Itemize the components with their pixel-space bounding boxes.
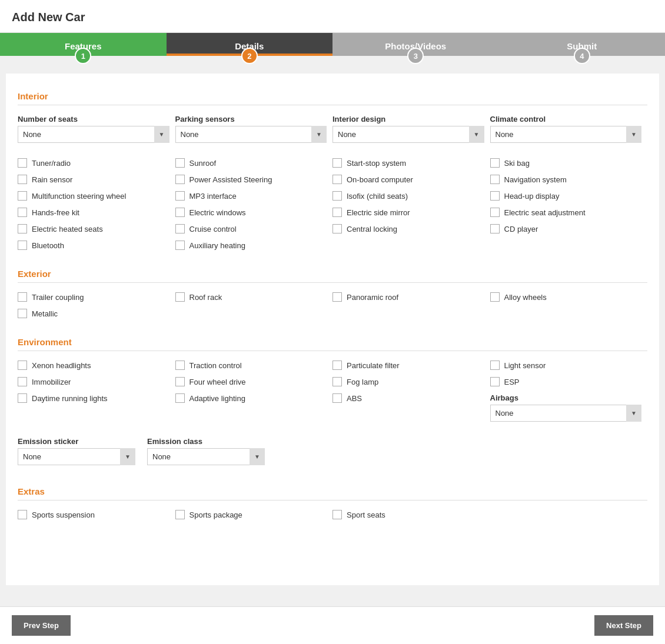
interior-checkboxes: Tuner/radio Rain sensor Multifunction st… bbox=[18, 158, 647, 257]
exterior-col3-list: Panoramic roof bbox=[332, 292, 484, 302]
list-item: Sunroof bbox=[175, 158, 327, 168]
onboard-computer-checkbox[interactable] bbox=[332, 175, 342, 184]
list-item: Head-up display bbox=[490, 191, 642, 201]
parking-select[interactable]: None bbox=[175, 126, 327, 143]
step-submit[interactable]: Submit 4 bbox=[499, 33, 666, 56]
interior-col1-list: Tuner/radio Rain sensor Multifunction st… bbox=[18, 158, 169, 250]
head-up-checkbox[interactable] bbox=[490, 191, 500, 201]
sport-seats-checkbox[interactable] bbox=[332, 510, 342, 519]
list-item: On-board computer bbox=[332, 175, 484, 184]
step-2-indicator: 2 bbox=[241, 48, 258, 64]
airbags-select[interactable]: None bbox=[490, 405, 642, 422]
emission-class-select[interactable]: None bbox=[147, 448, 265, 465]
next-step-button[interactable]: Next Step bbox=[594, 615, 653, 636]
environment-col1: Xenon headlights Immobilizer Daytime run… bbox=[18, 361, 175, 431]
page-title: Add New Car bbox=[12, 11, 653, 24]
list-item: Central locking bbox=[332, 224, 484, 233]
panoramic-roof-checkbox[interactable] bbox=[332, 292, 342, 302]
step-details[interactable]: Details 2 bbox=[167, 33, 333, 56]
light-sensor-checkbox[interactable] bbox=[490, 361, 500, 370]
list-item: Particulate filter bbox=[332, 361, 484, 370]
handsfree-checkbox[interactable] bbox=[18, 208, 27, 217]
interior-col4: Ski bag Navigation system Head-up displa… bbox=[490, 158, 648, 257]
list-item: ABS bbox=[332, 393, 484, 403]
airbags-label: Airbags bbox=[490, 393, 642, 402]
abs-checkbox[interactable] bbox=[332, 393, 342, 403]
step-3-indicator: 3 bbox=[407, 48, 424, 64]
power-steering-checkbox[interactable] bbox=[175, 175, 185, 184]
fog-lamp-checkbox[interactable] bbox=[332, 377, 342, 386]
emission-class-label: Emission class bbox=[147, 437, 265, 446]
cd-player-checkbox[interactable] bbox=[490, 224, 500, 233]
step-features[interactable]: Features 1 bbox=[0, 33, 167, 56]
environment-title: Environment bbox=[18, 337, 647, 351]
isofix-checkbox[interactable] bbox=[332, 191, 342, 201]
particulate-filter-checkbox[interactable] bbox=[332, 361, 342, 370]
parking-group: Parking sensors None ▼ bbox=[175, 115, 333, 143]
multifunction-checkbox[interactable] bbox=[18, 191, 27, 201]
extras-col4 bbox=[490, 510, 648, 526]
cruise-control-checkbox[interactable] bbox=[175, 224, 185, 233]
interior-design-select[interactable]: None bbox=[332, 126, 484, 143]
emission-sticker-select[interactable]: None bbox=[18, 448, 135, 465]
interior-section: Interior Number of seats None ▼ Parking … bbox=[18, 91, 647, 257]
list-item: Four wheel drive bbox=[175, 377, 327, 386]
list-item: Sports suspension bbox=[18, 510, 169, 519]
list-item: Cruise control bbox=[175, 224, 327, 233]
trailer-coupling-checkbox[interactable] bbox=[18, 292, 27, 302]
environment-col3: Particulate filter Fog lamp ABS bbox=[332, 361, 490, 431]
exterior-col2-list: Roof rack bbox=[175, 292, 327, 302]
step-photos[interactable]: Photos/Videos 3 bbox=[332, 33, 499, 56]
immobilizer-checkbox[interactable] bbox=[18, 377, 27, 386]
interior-dropdowns: Number of seats None ▼ Parking sensors N… bbox=[18, 115, 647, 152]
list-item: Adaptive lighting bbox=[175, 393, 327, 403]
bluetooth-checkbox[interactable] bbox=[18, 241, 27, 250]
extras-col1-list: Sports suspension bbox=[18, 510, 169, 519]
climate-select[interactable]: None bbox=[490, 126, 642, 143]
electric-mirror-checkbox[interactable] bbox=[332, 208, 342, 217]
list-item: Sport seats bbox=[332, 510, 484, 519]
start-stop-checkbox[interactable] bbox=[332, 158, 342, 168]
traction-control-checkbox[interactable] bbox=[175, 361, 185, 370]
ski-bag-checkbox[interactable] bbox=[490, 158, 500, 168]
seats-select[interactable]: None bbox=[18, 126, 169, 143]
sports-package-checkbox[interactable] bbox=[175, 510, 185, 519]
seats-group: Number of seats None ▼ bbox=[18, 115, 175, 143]
extras-col2-list: Sports package bbox=[175, 510, 327, 519]
alloy-wheels-checkbox[interactable] bbox=[490, 292, 500, 302]
electric-windows-checkbox[interactable] bbox=[175, 208, 185, 217]
exterior-title: Exterior bbox=[18, 269, 647, 283]
xenon-checkbox[interactable] bbox=[18, 361, 27, 370]
mp3-checkbox[interactable] bbox=[175, 191, 185, 201]
steps-bar: Features 1 Details 2 Photos/Videos 3 Sub… bbox=[0, 33, 665, 56]
list-item: Auxiliary heating bbox=[175, 241, 327, 250]
climate-select-wrapper: None ▼ bbox=[490, 126, 642, 143]
four-wheel-drive-checkbox[interactable] bbox=[175, 377, 185, 386]
emission-dropdowns: Emission sticker None ▼ Emission class N… bbox=[18, 437, 647, 475]
heated-seats-checkbox[interactable] bbox=[18, 224, 27, 233]
step-4-indicator: 4 bbox=[574, 48, 590, 64]
rain-sensor-checkbox[interactable] bbox=[18, 175, 27, 184]
adaptive-lighting-checkbox[interactable] bbox=[175, 393, 185, 403]
seats-select-wrapper: None ▼ bbox=[18, 126, 169, 143]
interior-col2: Sunroof Power Assisted Steering MP3 inte… bbox=[175, 158, 333, 257]
list-item: Isofix (child seats) bbox=[332, 191, 484, 201]
list-item: CD player bbox=[490, 224, 642, 233]
auxiliary-heating-checkbox[interactable] bbox=[175, 241, 185, 250]
sunroof-checkbox[interactable] bbox=[175, 158, 185, 168]
list-item: Daytime running lights bbox=[18, 393, 169, 403]
prev-step-button[interactable]: Prev Step bbox=[12, 615, 71, 636]
airbags-group: Airbags None ▼ bbox=[490, 393, 642, 422]
sports-suspension-checkbox[interactable] bbox=[18, 510, 27, 519]
environment-col3-list: Particulate filter Fog lamp ABS bbox=[332, 361, 484, 403]
navigation-checkbox[interactable] bbox=[490, 175, 500, 184]
esp-checkbox[interactable] bbox=[490, 377, 500, 386]
metallic-checkbox[interactable] bbox=[18, 309, 27, 318]
electric-seat-checkbox[interactable] bbox=[490, 208, 500, 217]
tuner-radio-checkbox[interactable] bbox=[18, 158, 27, 168]
airbags-select-wrapper: None ▼ bbox=[490, 405, 642, 422]
central-locking-checkbox[interactable] bbox=[332, 224, 342, 233]
daytime-lights-checkbox[interactable] bbox=[18, 393, 27, 403]
roof-rack-checkbox[interactable] bbox=[175, 292, 185, 302]
list-item: Traction control bbox=[175, 361, 327, 370]
